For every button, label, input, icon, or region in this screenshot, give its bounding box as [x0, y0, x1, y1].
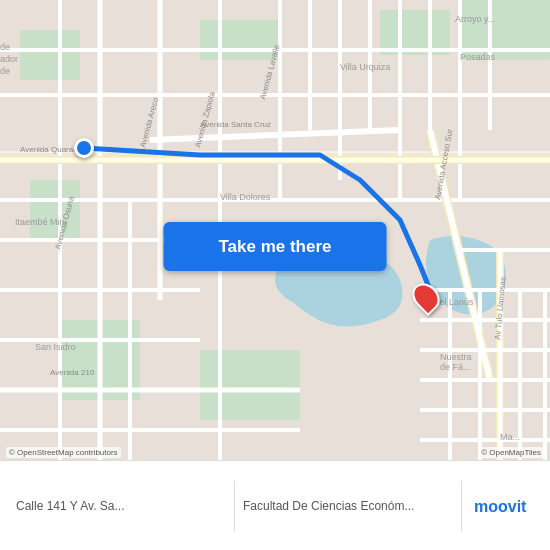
svg-text:moovit: moovit — [474, 498, 527, 515]
svg-text:Villa Dolores: Villa Dolores — [220, 192, 271, 202]
destination-location-label: Facultad De Ciencias Económ... — [243, 499, 453, 513]
svg-text:ador: ador — [0, 54, 18, 64]
destination-marker — [414, 282, 438, 312]
map-container: Avenida Areco Avenida Zapiola Avenida La… — [0, 0, 550, 460]
svg-rect-2 — [200, 20, 280, 60]
svg-rect-1 — [20, 30, 80, 80]
origin-location-container: Calle 141 Y Av. Sa... — [16, 499, 234, 513]
bottom-bar: Calle 141 Y Av. Sa... Facultad De Cienci… — [0, 460, 550, 550]
origin-marker — [74, 138, 94, 158]
svg-rect-7 — [200, 350, 300, 420]
svg-text:Nuestra: Nuestra — [440, 352, 472, 362]
omt-credit: © OpenMapTiles — [478, 447, 544, 458]
take-me-there-button[interactable]: Take me there — [164, 222, 387, 271]
svg-text:Villa Urquiza: Villa Urquiza — [340, 62, 390, 72]
svg-text:Avenida Santa Cruz: Avenida Santa Cruz — [200, 120, 271, 129]
svg-text:de: de — [0, 42, 10, 52]
svg-text:de Fá...: de Fá... — [440, 362, 471, 372]
svg-text:Itaembé Miní: Itaembé Miní — [15, 217, 68, 227]
take-me-there-label: Take me there — [218, 237, 331, 257]
svg-text:San Isidro: San Isidro — [35, 342, 76, 352]
svg-text:de: de — [0, 66, 10, 76]
origin-location-label: Calle 141 Y Av. Sa... — [16, 499, 226, 513]
svg-text:Avenida 210: Avenida 210 — [50, 368, 95, 377]
svg-text:Ma...: Ma... — [500, 432, 520, 442]
osm-credit: © OpenStreetMap contributors — [6, 447, 121, 458]
brand-container: moovit — [462, 495, 534, 517]
svg-text:Arroyo y...: Arroyo y... — [455, 14, 495, 24]
destination-location-container: Facultad De Ciencias Económ... — [235, 499, 461, 513]
svg-text:Posadas: Posadas — [460, 52, 496, 62]
moovit-logo: moovit — [474, 495, 534, 517]
